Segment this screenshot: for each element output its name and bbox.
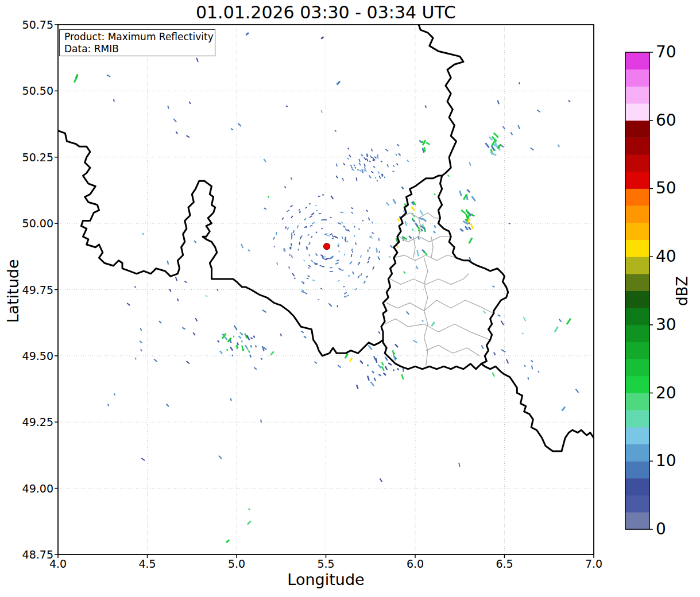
echo-clutter-mark — [348, 276, 350, 277]
echo-mark — [416, 266, 417, 269]
echo-clutter-mark — [335, 263, 338, 264]
echo-mark — [196, 58, 198, 62]
echo-mark — [490, 152, 496, 156]
echo-mark — [370, 382, 374, 386]
echo-mark — [225, 337, 227, 340]
echo-clutter-mark — [344, 296, 346, 297]
echo-mark — [409, 236, 411, 238]
radar-figure: 01.01.2026 03:30 - 03:34 UTC Product: Ma… — [0, 0, 700, 597]
colorbar-segment — [625, 121, 649, 138]
echo-clutter-mark — [311, 260, 313, 262]
echo-mark — [388, 363, 392, 365]
echo-mark — [377, 156, 379, 159]
echo-mark — [351, 169, 354, 170]
colorbar-layer — [625, 52, 653, 530]
colorbar-segment — [625, 427, 649, 444]
echo-clutter-mark — [301, 290, 304, 292]
echo-clutter-mark — [308, 265, 310, 267]
echo-mark — [186, 361, 189, 364]
echo-clutter-mark — [338, 281, 339, 281]
echo-mark — [189, 102, 191, 104]
echo-streak — [226, 540, 229, 542]
echo-mark — [422, 218, 426, 222]
echo-mark — [498, 315, 501, 316]
echo-mark — [177, 298, 179, 301]
legend-product-line: Product: Maximum Reflectivity — [64, 31, 215, 43]
echo-clutter-mark — [338, 245, 339, 247]
echo-mark — [366, 158, 368, 161]
echo-clutter-mark — [372, 222, 373, 223]
echo-mark — [503, 126, 505, 129]
echo-mark — [337, 305, 338, 307]
echo-mark — [395, 357, 396, 359]
echo-mark — [371, 171, 373, 173]
axes-frame-layer — [55, 25, 594, 558]
echo-mark — [349, 155, 351, 157]
echo-mark — [531, 360, 533, 362]
echo-mark — [362, 169, 363, 172]
echo-clutter-mark — [355, 242, 356, 245]
echo-mark — [248, 509, 250, 510]
echo-mark — [264, 208, 266, 209]
echo-mark — [351, 167, 353, 169]
echo-mark — [347, 158, 349, 160]
echo-clutter-mark — [291, 232, 292, 235]
echo-mark — [335, 130, 336, 131]
echo-clutter-mark — [320, 265, 322, 266]
echo-mark — [558, 145, 559, 147]
echo-clutter-mark — [330, 234, 331, 235]
colorbar-segment — [625, 257, 649, 274]
echo-clutter-mark — [361, 255, 361, 258]
echo-mark — [393, 352, 395, 354]
echo-mark — [359, 170, 362, 171]
echo-mark — [186, 135, 189, 137]
echo-mark — [422, 320, 424, 321]
echo-clutter-mark — [301, 235, 302, 238]
echo-mark — [234, 325, 237, 329]
echo-mark — [286, 106, 288, 107]
echo-mark — [459, 463, 459, 467]
echo-clutter-mark — [312, 280, 315, 281]
echo-mark — [291, 177, 292, 180]
y-tick-label: 49.25 — [10, 416, 53, 428]
echo-mark — [264, 159, 266, 162]
echo-mark — [248, 350, 250, 353]
echo-mark — [328, 303, 331, 307]
echo-clutter-mark — [345, 228, 347, 231]
echo-mark — [136, 358, 136, 359]
echo-mark — [262, 310, 266, 312]
echo-mark — [114, 393, 115, 395]
echo-streak — [555, 327, 558, 332]
colorbar-tick-label: 0 — [656, 520, 666, 539]
echo-mark — [559, 319, 562, 322]
echo-mark — [217, 289, 218, 291]
admin-border — [390, 274, 469, 285]
echo-mark — [469, 162, 470, 166]
echo-mark — [405, 221, 407, 226]
echo-mark — [378, 332, 380, 334]
colorbar-tick-label: 10 — [656, 451, 676, 471]
echo-clutter-mark — [311, 214, 314, 215]
colorbar-segment — [625, 478, 649, 495]
echo-mark — [339, 268, 342, 270]
echo-clutter-mark — [344, 292, 347, 294]
echo-mark — [465, 226, 467, 230]
radar-map-canvas — [0, 0, 700, 597]
echo-clutter-mark — [354, 226, 355, 227]
echo-clutter-mark — [339, 251, 339, 252]
x-tick-label: 5.5 — [305, 557, 347, 570]
colorbar-segment — [625, 206, 649, 223]
grid-layer — [58, 25, 594, 555]
echo-mark — [501, 321, 503, 325]
echo-clutter-mark — [289, 266, 290, 269]
y-tick-label: 50.75 — [10, 18, 53, 31]
echo-clutter-mark — [369, 218, 370, 220]
echo-mark — [532, 366, 532, 370]
echo-clutter-mark — [344, 254, 345, 255]
colorbar-segment — [625, 376, 649, 393]
y-tick-label: 49.50 — [10, 350, 53, 362]
y-tick-label: 48.75 — [10, 548, 53, 561]
colorbar-segment — [625, 274, 649, 291]
echo-mark — [511, 132, 512, 135]
echo-clutter-mark — [368, 261, 369, 263]
